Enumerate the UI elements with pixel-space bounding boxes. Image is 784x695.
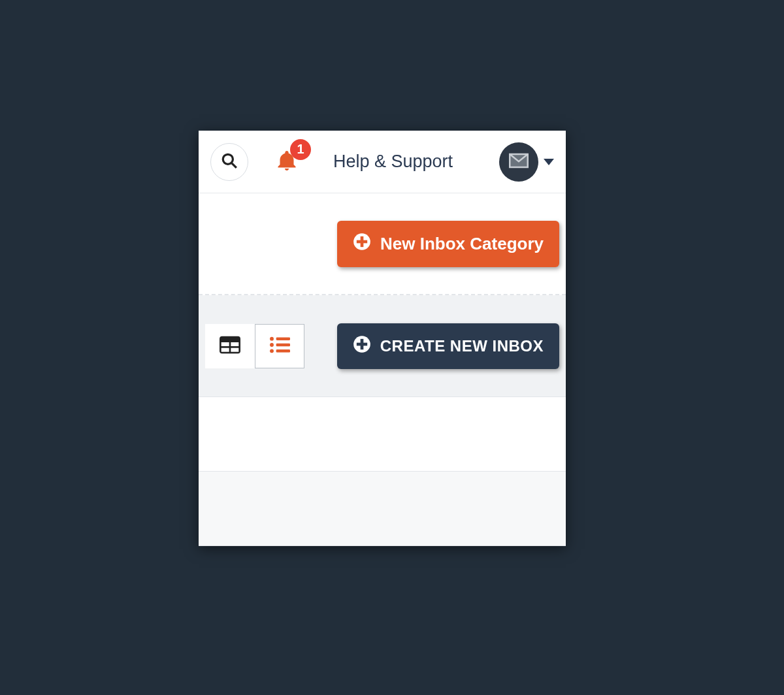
new-inbox-category-label: New Inbox Category: [380, 234, 544, 254]
notifications-button[interactable]: 1: [273, 148, 301, 176]
view-toggle: [205, 324, 304, 368]
toolbar: CREATE NEW INBOX: [199, 295, 566, 397]
new-inbox-category-button[interactable]: New Inbox Category: [337, 221, 559, 267]
svg-point-0: [223, 154, 233, 164]
notification-badge: 1: [290, 139, 311, 160]
svg-rect-19: [357, 342, 367, 346]
svg-point-11: [270, 336, 274, 340]
create-new-inbox-button[interactable]: CREATE NEW INBOX: [337, 323, 559, 369]
svg-point-13: [270, 343, 274, 347]
search-icon: [221, 152, 238, 172]
svg-rect-9: [221, 348, 229, 351]
svg-rect-8: [231, 342, 238, 346]
list-icon: [269, 336, 290, 357]
svg-rect-5: [357, 240, 367, 243]
plus-circle-icon: [353, 335, 371, 357]
svg-rect-14: [276, 343, 290, 346]
list-row: [199, 397, 566, 472]
search-button[interactable]: [210, 143, 248, 181]
caret-down-icon: [544, 159, 554, 165]
svg-rect-7: [221, 342, 229, 346]
svg-rect-12: [276, 337, 290, 340]
mail-icon: [509, 153, 529, 171]
svg-point-15: [270, 349, 274, 353]
top-bar: 1 Help & Support: [199, 131, 566, 193]
list-row: [199, 472, 566, 546]
user-menu[interactable]: [499, 142, 554, 182]
category-bar: New Inbox Category: [199, 193, 566, 295]
app-panel: 1 Help & Support: [199, 131, 566, 546]
svg-rect-16: [276, 349, 290, 353]
help-support-link[interactable]: Help & Support: [333, 152, 453, 172]
list-view-button[interactable]: [255, 324, 304, 368]
plus-circle-icon: [353, 233, 371, 255]
svg-rect-10: [231, 348, 238, 351]
grid-icon: [220, 336, 240, 357]
grid-view-button[interactable]: [205, 324, 255, 368]
create-new-inbox-label: CREATE NEW INBOX: [380, 337, 544, 355]
svg-line-1: [232, 163, 237, 167]
avatar: [499, 142, 538, 182]
